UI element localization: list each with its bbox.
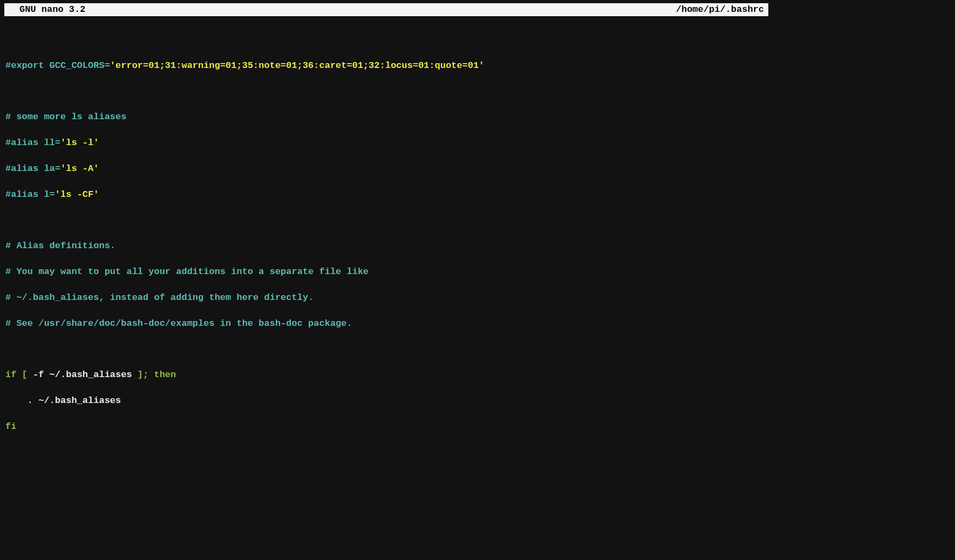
code-line: if [ -f ~/.bash_aliases ]; then <box>5 368 767 381</box>
code-line: # ~/.bash_aliases, instead of adding the… <box>5 291 767 304</box>
code-line: # Alias definitions. <box>5 240 767 252</box>
code-line: # See /usr/share/doc/bash-doc/examples i… <box>5 317 767 330</box>
code-line <box>5 85 767 98</box>
code-line: fi <box>5 420 767 433</box>
code-line: #alias l='ls -CF' <box>5 188 767 201</box>
code-line <box>5 33 767 46</box>
code-line <box>5 446 767 453</box>
nano-header: GNU nano 3.2 /home/pi/.bashrc <box>4 3 768 16</box>
code-line: #alias la='ls -A' <box>5 162 767 175</box>
code-line: # some more ls aliases <box>5 111 767 124</box>
code-line: #export GCC_COLORS='error=01;31:warning=… <box>5 59 767 72</box>
code-line <box>5 214 767 227</box>
app-title: GNU nano 3.2 <box>9 3 85 16</box>
editor-content[interactable]: #export GCC_COLORS='error=01;31:warning=… <box>0 16 773 453</box>
code-line: . ~/.bash_aliases <box>5 394 767 407</box>
code-line <box>5 343 767 356</box>
code-line: # You may want to put all your additions… <box>5 265 767 278</box>
file-path: /home/pi/.bashrc <box>676 3 764 16</box>
code-line: #alias ll='ls -l' <box>5 136 767 149</box>
